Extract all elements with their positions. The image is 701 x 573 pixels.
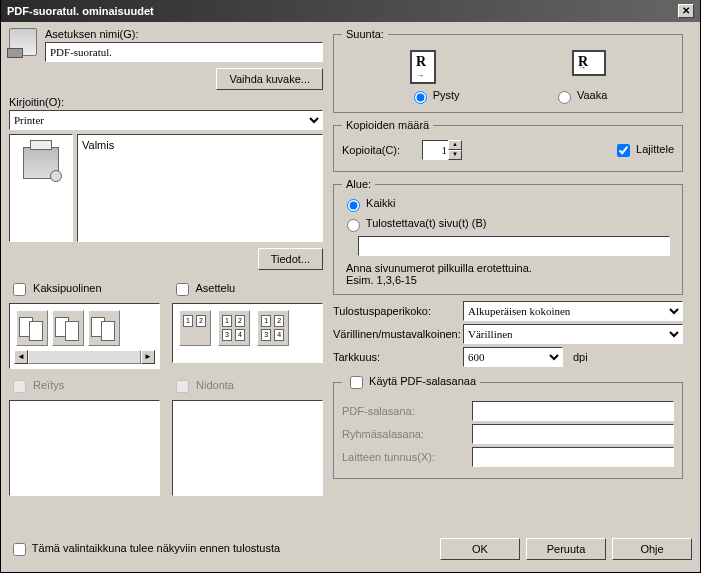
copies-spin-down[interactable]: ▼ [448, 150, 462, 160]
layout-opt-2[interactable]: 12 34 [218, 310, 250, 346]
layout-checkbox[interactable] [176, 283, 189, 296]
range-pages-radio[interactable] [347, 219, 360, 232]
window-title: PDF-suoratul. ominaisuudet [7, 5, 154, 17]
scroll-left[interactable]: ◄ [14, 350, 28, 364]
range-hint-1: Anna sivunumerot pilkuilla erotettuina. [346, 262, 674, 274]
staple-label: Nidonta [172, 379, 234, 391]
portrait-radio-label[interactable]: Pysty [409, 88, 460, 104]
punch-checkbox [13, 380, 26, 393]
resolution-unit: dpi [573, 351, 588, 363]
layout-opt-1[interactable]: 12 [179, 310, 211, 346]
show-before-print-checkbox[interactable] [13, 543, 26, 556]
layout-opt-3[interactable]: 12 34 [257, 310, 289, 346]
range-all-label[interactable]: Kaikki [342, 197, 395, 209]
show-before-print-label[interactable]: Tämä valintaikkuna tulee näkyviin ennen … [9, 540, 280, 559]
landscape-radio-label[interactable]: Vaaka [553, 88, 607, 104]
duplex-checkbox[interactable] [13, 283, 26, 296]
pdf-pass-input [472, 401, 674, 421]
pdf-pass-label: PDF-salasana: [342, 405, 472, 417]
direction-legend: Suunta: [342, 28, 388, 40]
color-label: Värillinen/mustavalkoinen: [333, 328, 463, 340]
pdf-pass-checkbox[interactable] [350, 376, 363, 389]
resolution-label: Tarkkuus: [333, 351, 463, 363]
duplex-opt-3[interactable] [88, 310, 120, 346]
portrait-icon: R→ [410, 50, 436, 84]
ok-button[interactable]: OK [440, 538, 520, 560]
landscape-icon: R→ [572, 50, 606, 76]
scroll-right[interactable]: ► [141, 350, 155, 364]
device-id-input [472, 447, 674, 467]
cancel-button[interactable]: Peruuta [526, 538, 606, 560]
range-pages-label[interactable]: Tulostettava(t) sivu(t) (B) [342, 217, 486, 229]
punch-label: Reïtys [9, 379, 64, 391]
staple-checkbox [176, 380, 189, 393]
range-pages-input[interactable] [358, 236, 670, 256]
change-icon-button[interactable]: Vaihda kuvake... [216, 68, 323, 90]
setting-name-input[interactable] [45, 42, 323, 62]
pdf-printer-icon [9, 28, 37, 56]
close-button[interactable]: ✕ [678, 4, 694, 18]
device-id-label: Laitteen tunnus(X): [342, 451, 472, 463]
collate-label[interactable]: Lajittele [613, 141, 674, 160]
printer-select[interactable]: Printer [9, 110, 323, 130]
duplex-label: Kaksipuolinen [9, 282, 102, 294]
range-legend: Alue: [342, 178, 375, 190]
paper-size-label: Tulostuspaperikoko: [333, 305, 463, 317]
copies-label: Kopioita(C): [342, 144, 422, 156]
setting-name-label: Asetuksen nimi(G): [45, 28, 323, 40]
printer-label: Kirjoitin(O): [9, 96, 323, 108]
pdf-pass-legend[interactable]: Käytä PDF-salasanaa [342, 373, 480, 392]
range-hint-2: Esim. 1,3,6-15 [346, 274, 674, 286]
help-button[interactable]: Ohje [612, 538, 692, 560]
duplex-opt-2[interactable] [52, 310, 84, 346]
copies-spin-up[interactable]: ▲ [448, 140, 462, 150]
printer-icon [23, 147, 59, 179]
range-all-radio[interactable] [347, 199, 360, 212]
color-select[interactable]: Värillinen [463, 324, 683, 344]
details-button[interactable]: Tiedot... [258, 248, 323, 270]
group-pass-label: Ryhmäsalasana: [342, 428, 472, 440]
duplex-opt-1[interactable] [16, 310, 48, 346]
printer-status: Valmis [77, 134, 323, 242]
paper-size-select[interactable]: Alkuperäisen kokoinen [463, 301, 683, 321]
landscape-radio[interactable] [558, 91, 571, 104]
portrait-radio[interactable] [414, 91, 427, 104]
layout-label: Asettelu [172, 282, 235, 294]
resolution-select[interactable]: 600 [463, 347, 563, 367]
collate-checkbox[interactable] [617, 144, 630, 157]
copies-legend: Kopioiden määrä [342, 119, 433, 131]
group-pass-input [472, 424, 674, 444]
